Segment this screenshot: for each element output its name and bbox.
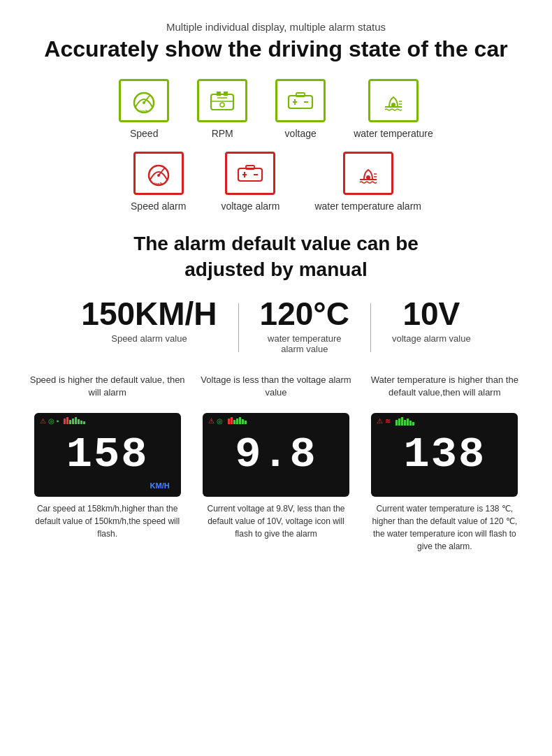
- example-speed-title: Speed is higher the default value, then …: [28, 374, 187, 407]
- speed-alarm-icon-box: km/h: [133, 152, 184, 195]
- bar-w7: [412, 422, 414, 426]
- water-temp-icon: [378, 87, 409, 114]
- bar-v7: [245, 421, 247, 424]
- svg-point-14: [391, 103, 395, 107]
- alarm-icon-red-w: ⚠: [377, 417, 383, 425]
- svg-point-18: [157, 174, 160, 177]
- voltage-icon-box: [275, 79, 326, 122]
- svg-rect-5: [224, 92, 228, 96]
- bar-graph: [64, 417, 85, 424]
- example-water-temp-title: Water temperature is higher than the def…: [365, 374, 524, 407]
- example-voltage-title: Voltage is less than the voltage alarm v…: [196, 374, 355, 407]
- speed-icon-small: ◎: [48, 417, 55, 425]
- example-voltage-caption: Current voltage at 9.8V, less than the d…: [203, 502, 349, 540]
- voltage-icon-item: voltage: [275, 79, 326, 139]
- bar-3: [69, 420, 71, 424]
- svg-rect-8: [289, 96, 312, 108]
- svg-point-1: [143, 101, 145, 104]
- speed-icon-item: km/h Speed: [119, 79, 169, 139]
- water-temp-alarm-icon-item: water temperature alarm: [314, 152, 421, 212]
- alarm-default-text: The alarm default value can be adjusted …: [28, 231, 524, 282]
- rpm-label: RPM: [212, 128, 233, 139]
- water-temp-alarm-label: water temperature alarm: [314, 201, 421, 212]
- voltage-label: voltage: [285, 128, 317, 139]
- voltage-screen-top-icons: ⚠ ◎: [203, 417, 349, 425]
- voltage-alarm-icon-item: voltage alarm: [221, 152, 279, 212]
- svg-rect-9: [296, 93, 305, 96]
- bar-7: [80, 421, 82, 424]
- speed-alarm-icon: km/h: [143, 160, 174, 187]
- bar-graph-w: [395, 417, 414, 426]
- speed-icon-box: km/h: [119, 79, 169, 122]
- bar-w4: [404, 420, 406, 426]
- water-temp-value-num: 120°C: [260, 296, 349, 332]
- red-icons-row: km/h Speed alarm voltage alarm: [28, 152, 524, 212]
- speed-value-num: 150KM/H: [81, 296, 217, 332]
- example-water-temp: Water temperature is higher than the def…: [365, 374, 524, 553]
- voltage-value-item: 10V voltage alarm value: [371, 296, 492, 344]
- header-title: Accurately show the driving state of the…: [28, 36, 524, 62]
- example-speed: Speed is higher the default value, then …: [28, 374, 187, 553]
- bar-v2: [231, 417, 233, 424]
- alarm-default-section: The alarm default value can be adjusted …: [28, 231, 524, 282]
- speed-label: Speed: [130, 128, 158, 139]
- batt-icon-small: ◎: [217, 417, 223, 425]
- values-row: 150KM/H Speed alarm value 120°C water te…: [28, 296, 524, 354]
- water-temp-label: water temperature: [354, 128, 433, 139]
- voltage-value-label: voltage alarm value: [392, 333, 471, 344]
- example-voltage-screen: ⚠ ◎ 9.8: [203, 413, 349, 497]
- speed-screen-top-icons: ⚠ ◎ ▪: [34, 417, 181, 425]
- voltage-alarm-icon-box: [225, 152, 275, 195]
- bar-w1: [395, 420, 398, 426]
- water-temp-icon-box: [368, 79, 419, 122]
- water-temp-display-number: 138: [404, 433, 486, 477]
- temp-icon-red-w: ≋: [385, 417, 391, 425]
- water-temp-value-label: water temperaturealarm value: [268, 333, 342, 354]
- speed-alarm-icon-item: km/h Speed alarm: [131, 152, 186, 212]
- header-subtitle: Multiple individual display, multiple al…: [28, 21, 524, 33]
- water-temp-alarm-icon-box: [343, 152, 393, 195]
- water-temp-screen-top-icons: ⚠ ≋: [371, 417, 518, 426]
- speed-display-unit: KM/H: [150, 481, 170, 490]
- bar-v4: [236, 419, 238, 424]
- speed-alarm-label: Speed alarm: [131, 201, 186, 212]
- water-temp-alarm-icon: [353, 160, 384, 187]
- bar-graph-v: [228, 417, 247, 424]
- speed-value-item: 150KM/H Speed alarm value: [60, 296, 238, 344]
- speed-display-number: 158: [66, 433, 149, 477]
- svg-rect-4: [217, 92, 221, 96]
- battery-icon-small: ▪: [57, 417, 59, 425]
- examples-row: Speed is higher the default value, then …: [28, 374, 524, 553]
- svg-point-7: [220, 103, 224, 107]
- alarm-icon-red-v: ⚠: [208, 417, 215, 425]
- example-voltage: Voltage is less than the voltage alarm v…: [196, 374, 355, 553]
- rpm-icon: [207, 87, 238, 114]
- svg-rect-20: [238, 168, 262, 181]
- bar-8: [83, 421, 85, 424]
- water-temp-icon-item: water temperature: [354, 79, 433, 139]
- bar-6: [78, 419, 80, 424]
- voltage-icon: [285, 87, 316, 114]
- water-temp-value-item: 120°C water temperaturealarm value: [239, 296, 370, 354]
- speed-icon: km/h: [129, 87, 159, 114]
- svg-text:km/h: km/h: [140, 109, 148, 113]
- bar-v3: [233, 420, 235, 424]
- green-icons-row: km/h Speed RPM: [28, 79, 524, 139]
- page: Multiple individual display, multiple al…: [0, 0, 552, 574]
- bar-w6: [409, 421, 412, 426]
- header-section: Multiple individual display, multiple al…: [28, 21, 524, 62]
- bar-w2: [398, 419, 400, 426]
- bar-1: [64, 419, 66, 424]
- rpm-icon-box: [197, 79, 247, 122]
- voltage-display-number: 9.8: [235, 433, 317, 477]
- example-water-temp-caption: Current water temperature is 138 ℃, high…: [371, 502, 518, 553]
- speed-value-label: Speed alarm value: [111, 333, 187, 344]
- alarm-icon-red: ⚠: [40, 417, 46, 425]
- example-speed-caption: Car speed at 158km/h,higher than the def…: [34, 502, 181, 540]
- bar-v5: [239, 417, 241, 424]
- example-speed-screen: ⚠ ◎ ▪ 158 KM/H: [34, 413, 181, 497]
- svg-point-26: [366, 175, 370, 180]
- rpm-icon-item: RPM: [197, 79, 247, 139]
- bar-w5: [407, 419, 409, 426]
- svg-text:km/h: km/h: [154, 182, 163, 186]
